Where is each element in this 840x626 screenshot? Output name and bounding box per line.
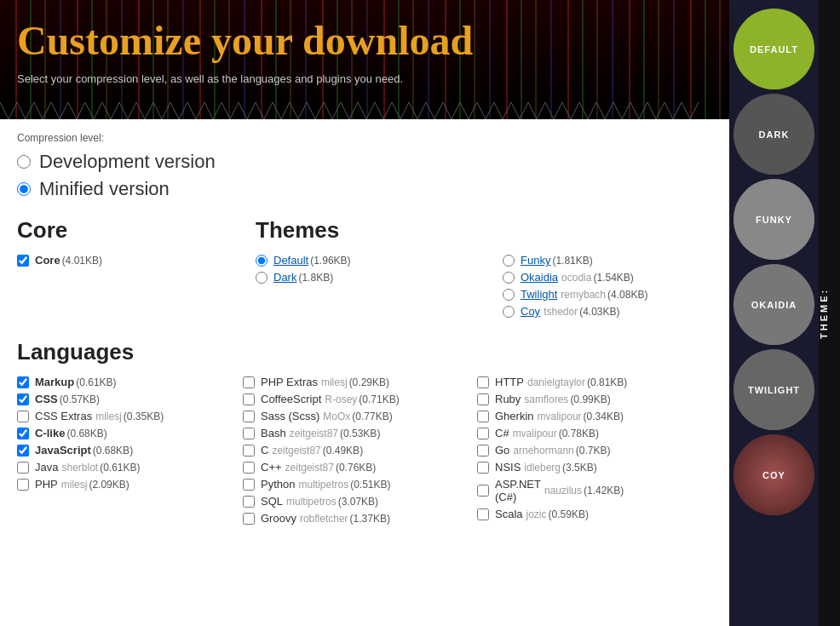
lang-css-extras-checkbox[interactable] (17, 411, 29, 422)
lang-java-author: sherblot (61, 462, 98, 474)
lang-groovy: Groovy robfletcher (1.37KB) (243, 512, 473, 525)
theme-btn-twilight[interactable]: TWILIGHT (734, 349, 814, 430)
lang-javascript: JavaScript (0.68KB) (17, 444, 239, 457)
lang-css-extras: CSS Extras milesj (0.35KB) (17, 410, 239, 422)
lang-php: PHP milesj (2.09KB) (17, 478, 239, 491)
theme-twilight-radio[interactable] (503, 289, 515, 301)
lang-sass-size: (0.77KB) (352, 411, 392, 422)
lang-bash-size: (0.53KB) (340, 428, 380, 439)
lang-clike-checkbox[interactable] (17, 428, 29, 439)
lang-go: Go arnehormann (0.7KB) (477, 444, 716, 457)
languages-col3: HTTP danielgtaylor (0.81KB) Ruby samflor… (477, 376, 716, 529)
theme-btn-funky[interactable]: FUNKY (734, 179, 814, 260)
theme-dark-item: Dark (1.8KB) (256, 271, 486, 284)
lang-http-checkbox[interactable] (477, 376, 489, 388)
lang-groovy-checkbox[interactable] (243, 513, 255, 525)
lang-scala-checkbox[interactable] (477, 508, 489, 520)
lang-php-size: (2.09KB) (89, 479, 129, 491)
lang-groovy-author: robfletcher (300, 513, 348, 525)
lang-python-checkbox[interactable] (243, 479, 255, 491)
lang-aspnet-checkbox[interactable] (477, 485, 489, 497)
theme-default-radio[interactable] (256, 255, 268, 267)
lang-java-checkbox[interactable] (17, 462, 29, 474)
lang-bash-checkbox[interactable] (243, 428, 255, 439)
lang-go-name: Go (495, 444, 509, 457)
lang-ruby-author: samflores (524, 393, 568, 405)
theme-dark-link[interactable]: Dark (273, 271, 296, 284)
theme-coy-radio[interactable] (503, 306, 515, 318)
lang-python-size: (0.51KB) (350, 479, 390, 491)
theme-default-name: Default (273, 254, 308, 267)
languages-col1: Markup (0.61KB) CSS (0.57KB) CSS Extras … (17, 376, 239, 529)
dev-version-label[interactable]: Development version (39, 151, 216, 173)
lang-javascript-checkbox[interactable] (17, 445, 29, 457)
lang-coffeescript-name: CoffeeScript (261, 393, 321, 405)
lang-c-checkbox[interactable] (243, 445, 255, 457)
lang-scala: Scala jozic (0.59KB) (477, 508, 716, 520)
lang-sql-size: (3.07KB) (338, 496, 378, 508)
theme-okaidia-radio[interactable] (503, 272, 515, 284)
lang-sql-checkbox[interactable] (243, 496, 255, 508)
lang-go-checkbox[interactable] (477, 445, 489, 457)
lang-ruby-checkbox[interactable] (477, 393, 489, 405)
lang-php-extras-checkbox[interactable] (243, 376, 255, 388)
theme-twilight-name: Twilight (521, 288, 557, 301)
lang-coffeescript: CoffeeScript R-osey (0.71KB) (243, 393, 473, 405)
lang-sql-author: multipetros (286, 496, 337, 508)
lang-scala-name: Scala (495, 508, 523, 520)
theme-default-link[interactable]: Default (273, 254, 308, 267)
theme-funky-item: Funky (1.81KB) (503, 254, 741, 267)
lang-nsis-checkbox[interactable] (477, 462, 489, 474)
theme-twilight-size: (4.08KB) (607, 289, 647, 301)
lang-aspnet: ASP.NET(C#) nauzilus (1.42KB) (477, 478, 716, 503)
core-item: Core (4.01KB) (17, 254, 239, 267)
lang-csharp-checkbox[interactable] (477, 428, 489, 439)
lang-php-checkbox[interactable] (17, 479, 29, 491)
lang-markup-checkbox[interactable] (17, 376, 29, 388)
lang-coffeescript-checkbox[interactable] (243, 393, 255, 405)
lang-csharp-size: (0.78KB) (559, 428, 599, 439)
lang-cpp-checkbox[interactable] (243, 462, 255, 474)
theme-btn-coy[interactable]: COY (734, 434, 814, 515)
lang-ruby: Ruby samflores (0.99KB) (477, 393, 716, 405)
lang-clike: C-like (0.68KB) (17, 427, 239, 439)
theme-funky-radio[interactable] (503, 255, 515, 267)
theme-coy-link[interactable]: Coy (521, 305, 540, 318)
theme-btn-dark[interactable]: DARK (734, 94, 814, 175)
lang-groovy-size: (1.37KB) (350, 513, 390, 525)
min-version-radio[interactable] (17, 182, 31, 196)
min-version-option: Minified version (17, 178, 682, 200)
lang-c-size: (0.49KB) (323, 445, 363, 457)
theme-dark-radio[interactable] (256, 272, 268, 284)
lang-http: HTTP danielgtaylor (0.81KB) (477, 376, 716, 388)
lang-c-author: zeitgeist87 (272, 445, 320, 457)
theme-okaidia-link[interactable]: Okaidia (521, 271, 558, 284)
lang-groovy-name: Groovy (261, 512, 296, 525)
theme-btn-default[interactable]: DEFAULT (734, 9, 814, 89)
min-version-label[interactable]: Minified version (39, 178, 170, 200)
core-section: Core Core (4.01KB) (17, 217, 239, 322)
lang-css-checkbox[interactable] (17, 393, 29, 405)
theme-twilight-link[interactable]: Twilight (521, 288, 557, 301)
lang-bash-name: Bash (261, 427, 286, 439)
compression-label: Compression level: (17, 132, 682, 144)
core-size: (4.01KB) (62, 255, 102, 267)
lang-coffeescript-author: R-osey (325, 393, 357, 405)
lang-gherkin-size: (0.34KB) (584, 411, 624, 422)
lang-gherkin-checkbox[interactable] (477, 411, 489, 422)
main-content: Compression level: Development version M… (0, 119, 699, 542)
theme-twilight-author: remybach (561, 289, 606, 301)
dev-version-radio[interactable] (17, 155, 31, 169)
core-checkbox[interactable] (17, 255, 29, 267)
lang-sass: Sass (Scss) MoOx (0.77KB) (243, 410, 473, 422)
theme-dark-name: Dark (273, 271, 296, 284)
theme-okaidia-name: Okaidia (521, 271, 558, 284)
main-grid: Core Core (4.01KB) Themes Default (1.96K… (17, 217, 682, 322)
lang-sass-checkbox[interactable] (243, 411, 255, 422)
theme-btn-okaidia[interactable]: OKAIDIA (734, 264, 814, 345)
lang-php-extras: PHP Extras milesj (0.29KB) (243, 376, 473, 388)
lang-php-extras-author: milesj (321, 376, 348, 388)
languages-section-title: Languages (17, 339, 682, 365)
lang-java-size: (0.61KB) (100, 462, 140, 474)
theme-funky-link[interactable]: Funky (521, 254, 550, 267)
